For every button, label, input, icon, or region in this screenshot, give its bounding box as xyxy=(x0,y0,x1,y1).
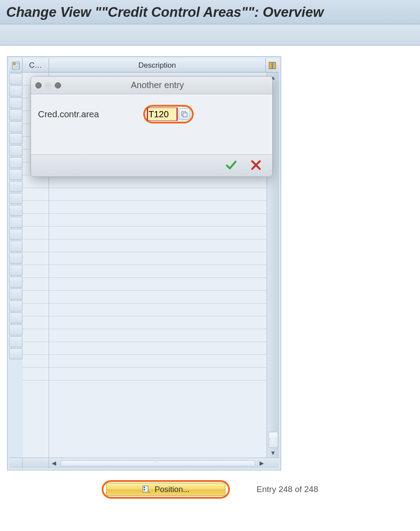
table-cell-code[interactable] xyxy=(23,342,49,355)
cancel-x-icon xyxy=(250,159,262,171)
table-cell-description[interactable] xyxy=(49,265,267,278)
column-header-description[interactable]: Description xyxy=(49,58,266,72)
table-cell-code[interactable] xyxy=(23,252,49,265)
entry-count-status: Entry 248 of 248 xyxy=(256,485,318,494)
select-all-button[interactable] xyxy=(9,58,23,72)
row-selector[interactable] xyxy=(9,145,23,156)
dialog-footer xyxy=(31,154,272,177)
table-cell-code[interactable] xyxy=(23,239,49,252)
row-selector[interactable] xyxy=(9,265,23,276)
table-cell-description[interactable] xyxy=(49,316,267,329)
table-cell-code[interactable] xyxy=(23,329,49,342)
row-selector[interactable] xyxy=(9,324,23,335)
highlight-ring xyxy=(143,105,194,123)
dialog-titlebar[interactable]: Another entry xyxy=(31,77,272,94)
row-selector[interactable] xyxy=(9,348,23,359)
row-selector[interactable] xyxy=(9,300,23,312)
table-cell-description[interactable] xyxy=(49,201,267,214)
columns-config-icon xyxy=(269,62,276,69)
table-cell-code[interactable] xyxy=(23,304,49,316)
position-button[interactable]: Position... xyxy=(106,483,225,496)
hscroll-thumb[interactable] xyxy=(61,460,255,466)
row-selector[interactable] xyxy=(9,121,23,132)
table-cell-description[interactable] xyxy=(49,342,267,355)
dialog-ok-button[interactable] xyxy=(223,159,240,173)
table-cell-description[interactable] xyxy=(49,291,267,304)
dialog-title: Another entry xyxy=(65,80,250,90)
table-cell-code[interactable] xyxy=(23,316,49,329)
cred-contr-area-label: Cred.contr.area xyxy=(38,109,135,119)
svg-rect-8 xyxy=(144,487,145,488)
table-cell-description[interactable] xyxy=(49,227,267,239)
window-minimize-dot[interactable] xyxy=(45,82,51,88)
svg-rect-1 xyxy=(13,63,15,65)
row-selector[interactable] xyxy=(9,312,23,323)
dialog-cancel-button[interactable] xyxy=(248,159,264,173)
table-cell-description[interactable] xyxy=(49,304,267,316)
page-title: Change View ""Credit Control Areas"": Ov… xyxy=(6,4,324,20)
svg-rect-6 xyxy=(183,113,187,117)
table-cell-description[interactable] xyxy=(49,175,267,188)
row-selector[interactable] xyxy=(9,85,23,96)
another-entry-dialog: Another entry Cred.contr.area xyxy=(31,76,273,177)
window-zoom-dot[interactable] xyxy=(55,82,61,88)
checkmark-icon xyxy=(225,159,237,171)
row-selector[interactable] xyxy=(9,217,23,228)
row-selector[interactable] xyxy=(9,133,23,144)
row-selector[interactable] xyxy=(9,277,23,288)
table-cell-description[interactable] xyxy=(49,214,267,227)
value-help-button[interactable] xyxy=(179,108,190,120)
row-selector-column xyxy=(9,73,23,458)
table-cell-code[interactable] xyxy=(23,188,49,201)
row-selector[interactable] xyxy=(9,193,23,204)
table-cell-code[interactable] xyxy=(23,201,49,214)
table-overview: C… Description ▲ ⋮⋮ ▼ xyxy=(7,56,281,470)
scroll-down-button[interactable]: ▼ xyxy=(268,448,278,458)
row-selector[interactable] xyxy=(9,73,23,85)
cred-contr-area-input[interactable] xyxy=(147,108,178,121)
svg-rect-7 xyxy=(143,486,148,492)
row-selector[interactable] xyxy=(9,97,23,108)
row-selector[interactable] xyxy=(9,253,23,264)
scroll-right-button[interactable]: ▶ xyxy=(257,459,267,467)
row-selector[interactable] xyxy=(9,109,23,120)
table-cell-code[interactable] xyxy=(23,291,49,304)
table-cell-description[interactable] xyxy=(49,252,267,265)
table-select-icon xyxy=(12,62,20,69)
svg-rect-9 xyxy=(144,489,145,490)
title-bar: Change View ""Credit Control Areas"": Ov… xyxy=(0,0,420,24)
table-cell-description[interactable] xyxy=(49,355,267,368)
row-selector[interactable] xyxy=(9,229,23,240)
column-header-code[interactable]: C… xyxy=(23,58,49,72)
table-cell-code[interactable] xyxy=(23,175,49,188)
scroll-left-button[interactable]: ◀ xyxy=(49,459,59,467)
position-button-label: Position... xyxy=(155,485,190,494)
row-selector[interactable] xyxy=(9,157,23,168)
row-selector[interactable] xyxy=(9,169,23,180)
row-selector[interactable] xyxy=(9,205,23,216)
footer-bar: Position... Entry 248 of 248 xyxy=(7,470,413,499)
position-icon xyxy=(142,485,150,493)
table-cell-description[interactable] xyxy=(49,368,267,381)
scroll-thumb[interactable]: ⋮⋮ xyxy=(268,432,278,448)
horizontal-scrollbar[interactable]: ◀ ▶ xyxy=(9,458,279,468)
table-cell-code[interactable] xyxy=(23,214,49,227)
table-cell-code[interactable] xyxy=(23,265,49,278)
table-cell-description[interactable] xyxy=(49,329,267,342)
content-area: C… Description ▲ ⋮⋮ ▼ xyxy=(0,46,420,509)
row-selector[interactable] xyxy=(9,181,23,192)
configure-columns-button[interactable] xyxy=(266,58,279,72)
window-close-dot[interactable] xyxy=(35,82,42,88)
table-cell-code[interactable] xyxy=(23,227,49,239)
row-selector[interactable] xyxy=(9,289,23,300)
table-cell-description[interactable] xyxy=(49,239,267,252)
table-header-row: C… Description xyxy=(9,58,279,73)
table-cell-description[interactable] xyxy=(49,278,267,291)
table-cell-code[interactable] xyxy=(23,355,49,368)
row-selector[interactable] xyxy=(9,336,23,347)
value-help-icon xyxy=(181,111,187,117)
table-cell-code[interactable] xyxy=(23,278,49,291)
table-cell-code[interactable] xyxy=(23,368,49,381)
row-selector[interactable] xyxy=(9,241,23,252)
table-cell-description[interactable] xyxy=(49,188,267,201)
